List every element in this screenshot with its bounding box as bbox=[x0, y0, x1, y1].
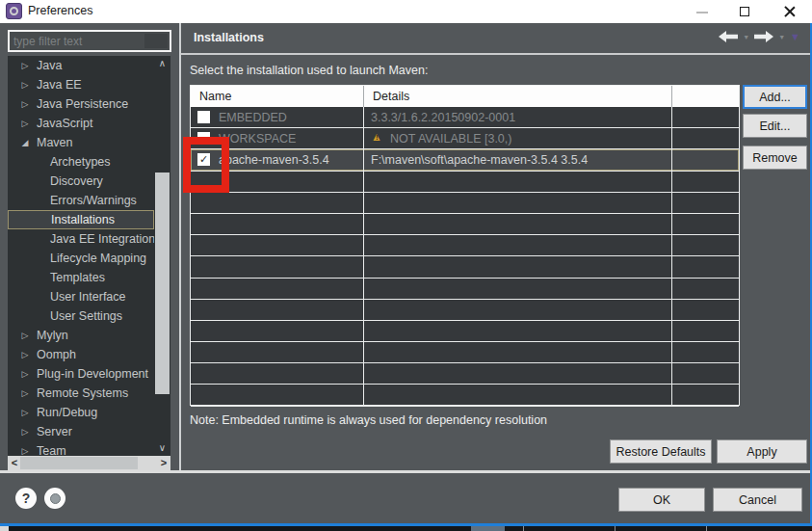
collapsed-arrow-icon[interactable]: ▷ bbox=[17, 441, 33, 456]
empty-cell bbox=[364, 385, 672, 405]
cancel-button[interactable]: Cancel bbox=[713, 488, 802, 512]
tree-item-lifecycle-mapping[interactable]: Lifecycle Mapping bbox=[8, 249, 154, 268]
ok-button[interactable]: OK bbox=[618, 488, 705, 512]
warning-icon: ▲! bbox=[371, 132, 384, 145]
collapsed-arrow-icon[interactable]: ▷ bbox=[17, 403, 33, 422]
tree-item-java-ee[interactable]: ▷Java EE bbox=[8, 75, 154, 94]
tree-item-templates[interactable]: Templates bbox=[8, 268, 154, 287]
installation-name: EMBEDDED bbox=[219, 111, 287, 124]
remove-button[interactable]: Remove bbox=[743, 146, 807, 170]
table-empty-row[interactable] bbox=[191, 193, 739, 214]
maximize-icon bbox=[740, 7, 749, 16]
restore-defaults-button[interactable]: Restore Defaults bbox=[610, 439, 712, 464]
collapsed-arrow-icon[interactable]: ▷ bbox=[17, 114, 33, 133]
collapsed-arrow-icon[interactable]: ▷ bbox=[17, 75, 33, 94]
empty-cell bbox=[191, 342, 364, 362]
empty-cell bbox=[672, 214, 739, 234]
tree-item-label: Maven bbox=[33, 136, 73, 149]
view-menu-icon[interactable]: ▼ bbox=[790, 31, 800, 42]
table-empty-row[interactable] bbox=[191, 321, 739, 342]
table-empty-row[interactable] bbox=[191, 256, 739, 278]
tree-item-label: Installations bbox=[47, 213, 115, 226]
tree-item-label: Run/Debug bbox=[33, 406, 97, 419]
empty-cell bbox=[191, 321, 364, 341]
vertical-scroll-thumb[interactable] bbox=[155, 173, 170, 394]
tree-item-remote-systems[interactable]: ▷Remote Systems bbox=[8, 384, 154, 403]
column-header-name[interactable]: Name bbox=[191, 86, 364, 107]
embedded-runtime-note: Note: Embedded runtime is always used fo… bbox=[190, 413, 547, 427]
tree-item-java-persistence[interactable]: ▷Java Persistence bbox=[8, 94, 154, 114]
maximize-button[interactable] bbox=[729, 0, 762, 23]
empty-cell bbox=[191, 214, 364, 234]
tree-item-run-debug[interactable]: ▷Run/Debug bbox=[8, 403, 154, 422]
empty-cell bbox=[364, 363, 672, 384]
empty-cell bbox=[672, 385, 739, 405]
header-separator bbox=[181, 53, 810, 55]
page-header: Installations ▼ ▼ ▼ bbox=[181, 23, 810, 53]
expanded-arrow-icon[interactable]: ◢ bbox=[17, 133, 33, 152]
collapsed-arrow-icon[interactable]: ▷ bbox=[17, 364, 33, 384]
tree-item-oomph[interactable]: ▷Oomph bbox=[8, 345, 154, 364]
collapsed-arrow-icon[interactable]: ▷ bbox=[17, 56, 33, 75]
forward-arrow-icon[interactable] bbox=[754, 31, 773, 42]
empty-cell bbox=[364, 172, 672, 192]
empty-cell bbox=[191, 300, 364, 320]
table-empty-row[interactable] bbox=[191, 235, 739, 256]
back-history-chevron-icon[interactable]: ▼ bbox=[743, 34, 749, 40]
tree-item-plug-in-development[interactable]: ▷Plug-in Development bbox=[8, 364, 154, 384]
forward-history-chevron-icon[interactable]: ▼ bbox=[778, 34, 785, 40]
tree-item-errors-warnings[interactable]: Errors/Warnings bbox=[8, 191, 154, 210]
collapsed-arrow-icon[interactable]: ▷ bbox=[17, 384, 33, 403]
table-empty-row[interactable] bbox=[191, 342, 739, 363]
tree-item-mylyn[interactable]: ▷Mylyn bbox=[8, 326, 154, 345]
close-button[interactable] bbox=[773, 0, 806, 23]
tree-item-server[interactable]: ▷Server bbox=[8, 422, 154, 441]
tree-vertical-scrollbar[interactable]: ∧ ∨ bbox=[154, 56, 170, 456]
collapsed-arrow-icon[interactable]: ▷ bbox=[17, 345, 33, 364]
tree-item-user-interface[interactable]: User Interface bbox=[8, 287, 154, 306]
checkbox-unchecked[interactable] bbox=[197, 111, 210, 123]
table-empty-row[interactable] bbox=[191, 172, 739, 193]
tree-item-team[interactable]: ▷Team bbox=[8, 441, 154, 456]
back-arrow-icon[interactable] bbox=[719, 31, 738, 42]
table-empty-row[interactable] bbox=[191, 214, 739, 235]
help-icon[interactable]: ? bbox=[15, 488, 37, 509]
empty-cell bbox=[191, 385, 364, 405]
table-row-embedded[interactable]: EMBEDDED3.3.3/1.6.2.20150902-0001 bbox=[191, 107, 739, 128]
apply-button[interactable]: Apply bbox=[717, 439, 807, 464]
tree-item-discovery[interactable]: Discovery bbox=[8, 172, 154, 191]
edit-button[interactable]: Edit... bbox=[743, 114, 807, 138]
collapsed-arrow-icon[interactable]: ▷ bbox=[17, 422, 33, 441]
table-empty-row[interactable] bbox=[191, 279, 739, 300]
tree-item-label: Archetypes bbox=[46, 155, 111, 169]
scroll-left-icon[interactable]: < bbox=[8, 456, 21, 470]
tree-horizontal-scrollbar[interactable]: < > bbox=[8, 456, 170, 470]
table-empty-row[interactable] bbox=[191, 300, 739, 321]
add-button[interactable]: Add... bbox=[743, 85, 807, 109]
scroll-up-icon[interactable]: ∧ bbox=[154, 56, 170, 71]
table-row-apache-maven-3-5-4[interactable]: ✓apache-maven-3.5.4F:\maven\soft\apache-… bbox=[191, 149, 739, 171]
minimize-button[interactable] bbox=[686, 0, 719, 23]
tree-item-javascript[interactable]: ▷JavaScript bbox=[8, 114, 154, 133]
collapsed-arrow-icon[interactable]: ▷ bbox=[17, 326, 33, 345]
scroll-down-icon[interactable]: ∨ bbox=[154, 440, 170, 456]
collapsed-arrow-icon[interactable]: ▷ bbox=[17, 94, 33, 114]
preference-recorder-icon[interactable] bbox=[44, 488, 65, 509]
scroll-right-icon[interactable]: > bbox=[157, 456, 170, 470]
table-empty-row[interactable] bbox=[191, 385, 739, 406]
tree-item-user-settings[interactable]: User Settings bbox=[8, 306, 154, 326]
empty-cell bbox=[364, 193, 672, 213]
horizontal-scroll-thumb[interactable] bbox=[20, 457, 138, 469]
tree-item-maven[interactable]: ◢Maven bbox=[8, 133, 154, 152]
tree-item-java[interactable]: ▷Java bbox=[8, 56, 154, 75]
table-empty-row[interactable] bbox=[191, 363, 739, 385]
empty-cell bbox=[191, 363, 364, 384]
tree-item-installations[interactable]: Installations bbox=[8, 210, 154, 229]
close-icon bbox=[784, 6, 796, 17]
details-cell: 3.3.3/1.6.2.20150902-0001 bbox=[364, 107, 672, 127]
column-header-extra[interactable] bbox=[672, 86, 739, 107]
tree-item-archetypes[interactable]: Archetypes bbox=[8, 152, 154, 172]
tree-item-java-ee-integration[interactable]: Java EE Integration bbox=[8, 229, 154, 249]
column-header-details[interactable]: Details bbox=[364, 86, 672, 107]
table-row-workspace[interactable]: WORKSPACE▲!NOT AVAILABLE [3.0,) bbox=[191, 128, 739, 149]
